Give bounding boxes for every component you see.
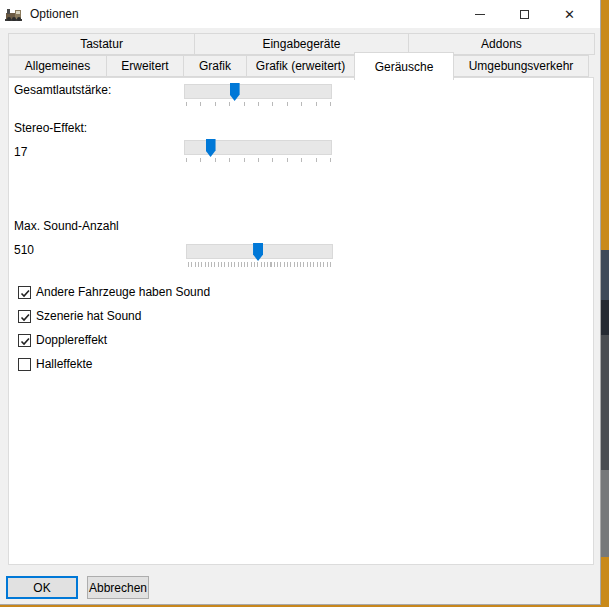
minimize-icon: [475, 14, 485, 15]
checkbox-doppler[interactable]: [18, 334, 31, 347]
tab-row-lower: Allgemeines Erweitert Grafik Grafik (erw…: [8, 55, 594, 77]
titlebar: Optionen ✕: [0, 0, 600, 28]
cancel-button[interactable]: Abbrechen: [87, 576, 149, 599]
caption-buttons: ✕: [457, 0, 592, 28]
stereo-slider[interactable]: [184, 140, 332, 155]
tab-erweitert[interactable]: Erweitert: [106, 55, 184, 77]
checkmark-icon: [19, 311, 32, 324]
tab-allgemeines[interactable]: Allgemeines: [8, 55, 107, 77]
tab-row-upper: Tastatur Eingabegeräte Addons: [8, 33, 594, 55]
checkmark-icon: [19, 287, 32, 300]
checkbox-label: Halleffekte: [36, 357, 92, 371]
volume-slider[interactable]: [184, 84, 332, 99]
stereo-slider-thumb[interactable]: [206, 139, 216, 157]
close-button[interactable]: ✕: [547, 0, 592, 28]
checkbox-row-reverb[interactable]: Halleffekte: [18, 357, 92, 371]
stereo-value: 17: [14, 145, 27, 159]
locomotive-icon: [5, 7, 22, 22]
checkbox-other-vehicles[interactable]: [18, 286, 31, 299]
checkbox-reverb[interactable]: [18, 358, 31, 371]
checkbox-label: Andere Fahrzeuge haben Sound: [36, 285, 210, 299]
maximize-icon: [520, 10, 529, 19]
volume-slider-ticks: [186, 102, 332, 106]
stereo-label: Stereo-Effekt:: [14, 121, 87, 135]
checkbox-label: Szenerie hat Sound: [36, 309, 141, 323]
window-title: Optionen: [30, 7, 79, 21]
close-icon: ✕: [564, 8, 575, 21]
tab-geraeusche[interactable]: Geräusche: [354, 52, 454, 80]
checkbox-scenery[interactable]: [18, 310, 31, 323]
max-sounds-slider-ticks: [188, 262, 333, 267]
checkbox-row-scenery[interactable]: Szenerie hat Sound: [18, 309, 141, 323]
checkbox-row-other-vehicles[interactable]: Andere Fahrzeuge haben Sound: [18, 285, 210, 299]
ok-button[interactable]: OK: [6, 576, 78, 599]
checkbox-label: Dopplereffekt: [36, 333, 107, 347]
max-sounds-slider-thumb[interactable]: [253, 243, 263, 261]
tab-umgebungsverkehr[interactable]: Umgebungsverkehr: [453, 55, 589, 77]
minimize-button[interactable]: [457, 0, 502, 28]
tab-tastatur[interactable]: Tastatur: [8, 33, 195, 55]
checkbox-row-doppler[interactable]: Dopplereffekt: [18, 333, 107, 347]
options-dialog: Optionen ✕ Tastatur Eingabegeräte Addons…: [0, 0, 601, 605]
max-sounds-value: 510: [14, 243, 34, 257]
max-sounds-label: Max. Sound-Anzahl: [14, 219, 119, 233]
volume-slider-thumb[interactable]: [230, 83, 240, 101]
checkmark-icon: [19, 335, 32, 348]
screen: Optionen ✕ Tastatur Eingabegeräte Addons…: [0, 0, 609, 607]
max-sounds-slider[interactable]: [186, 244, 333, 259]
tab-grafik-erweitert[interactable]: Grafik (erweitert): [246, 55, 355, 77]
stereo-slider-ticks: [186, 158, 332, 162]
background-app-sliver: [601, 0, 609, 607]
sound-settings-panel: Gesamtlautstärke: Stereo-Effekt: 17 Max.…: [8, 77, 594, 565]
maximize-button[interactable]: [502, 0, 547, 28]
tab-grafik[interactable]: Grafik: [183, 55, 247, 77]
volume-label: Gesamtlautstärke:: [14, 83, 111, 97]
